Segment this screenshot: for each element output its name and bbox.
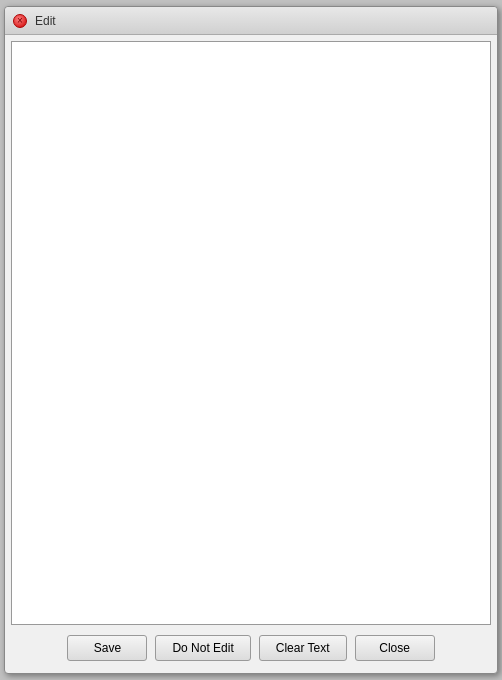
text-area-wrapper (11, 41, 491, 625)
editor-textarea[interactable] (12, 42, 490, 624)
title-bar: Edit (5, 7, 497, 35)
close-button[interactable]: Close (355, 635, 435, 661)
close-icon[interactable] (13, 14, 27, 28)
window-title: Edit (35, 14, 56, 28)
clear-text-button[interactable]: Clear Text (259, 635, 347, 661)
editor-window: Edit Save Do Not Edit Clear Text Close (4, 6, 498, 674)
do-not-edit-button[interactable]: Do Not Edit (155, 635, 250, 661)
content-area: Save Do Not Edit Clear Text Close (5, 35, 497, 673)
save-button[interactable]: Save (67, 635, 147, 661)
button-row: Save Do Not Edit Clear Text Close (11, 631, 491, 667)
